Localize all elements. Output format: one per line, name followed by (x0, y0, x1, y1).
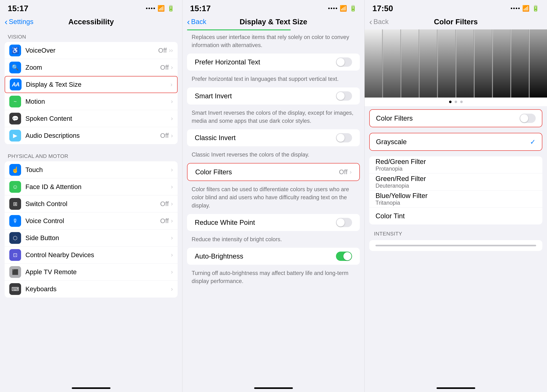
page-title-3: Color Filters (434, 18, 478, 26)
list-item-apple-tv-remote[interactable]: ⬛ Apple TV Remote › (5, 264, 178, 280)
auto-brightness-toggle[interactable] (336, 252, 352, 261)
status-icons-1: 📶 🔋 (146, 5, 174, 12)
signal-dot-1 (146, 7, 148, 9)
list-item-voice-control[interactable]: 🎙 Voice Control Off › (5, 213, 178, 229)
scroll-progress-fill (187, 29, 291, 30)
list-item-side-button[interactable]: ⬡ Side Button › (5, 229, 178, 246)
color-filters-main-toggle[interactable] (520, 114, 536, 123)
page-title-2: Display & Text Size (239, 18, 307, 26)
blue-yellow-filter-row[interactable]: Blue/Yellow Filter Tritanopia (369, 190, 542, 207)
motion-label: Motion (25, 98, 171, 105)
panel-display-text-size: 15:17 📶 🔋 ‹ Back Display & Text Size Rep… (182, 0, 365, 392)
list-item-keyboards[interactable]: ⌨ Keyboards › (5, 280, 178, 298)
display-text-label: Display & Text Size (26, 81, 171, 88)
green-red-filter-row[interactable]: Green/Red Filter Deuteranopia (369, 173, 542, 190)
voiceover-chevron: › (169, 47, 173, 54)
prefer-horizontal-toggle[interactable] (336, 57, 352, 67)
color-tint-cell: Color Tint (376, 212, 405, 220)
spoken-content-icon: 💬 (9, 113, 21, 125)
scroll-progress (187, 29, 360, 30)
signal-dots (146, 7, 155, 9)
dot-1 (449, 101, 451, 103)
green-red-sub: Deuteranopia (376, 183, 426, 189)
smart-invert-row[interactable]: Smart Invert (187, 87, 360, 105)
touch-icon: ☝ (9, 164, 21, 176)
section-vision: VISION (0, 29, 182, 42)
side-button-icon: ⬡ (9, 232, 21, 244)
list-item-zoom[interactable]: 🔍 Zoom Off › (5, 59, 178, 76)
smart-invert-toggle[interactable] (336, 91, 352, 101)
keyboards-label: Keyboards (25, 285, 171, 293)
classic-invert-row[interactable]: Classic Invert (187, 129, 360, 146)
intensity-slider-fill (376, 245, 536, 246)
list-item-face-id[interactable]: ☺ Face ID & Attention › (5, 178, 178, 195)
list-item-touch[interactable]: ☝ Touch › (5, 161, 178, 178)
pencil-6 (456, 29, 474, 98)
intensity-header: INTENSITY (365, 227, 547, 239)
back-to-accessibility[interactable]: ‹ Back (187, 17, 206, 27)
status-time-3: 17:50 (372, 4, 393, 13)
chevron-left-icon-2: ‹ (187, 17, 190, 27)
keyboards-icon: ⌨ (9, 283, 21, 295)
auto-brightness-desc: Turning off auto-brightness may affect b… (182, 266, 365, 290)
scroll-area: Replaces user interface items that rely … (182, 30, 365, 387)
prefer-horizontal-row[interactable]: Prefer Horizontal Text (187, 53, 360, 71)
image-dots (365, 98, 547, 106)
auto-brightness-row[interactable]: Auto-Brightness (187, 248, 360, 265)
back-to-settings[interactable]: ‹ Settings (5, 17, 34, 27)
side-button-chevron: › (171, 235, 173, 241)
color-filters-chevron: › (350, 169, 352, 175)
voice-control-label: Voice Control (25, 217, 160, 225)
dot-2 (455, 101, 457, 103)
dot-3 (460, 101, 463, 103)
color-filters-row[interactable]: Color Filters Off › (187, 164, 360, 180)
list-item-display-text[interactable]: AA Display & Text Size › (5, 76, 178, 93)
color-tint-row[interactable]: Color Tint (369, 207, 542, 225)
control-nearby-label: Control Nearby Devices (25, 251, 171, 259)
pencil-9 (511, 29, 529, 98)
battery-icon: 🔋 (167, 5, 174, 12)
list-item-spoken-content[interactable]: 💬 Spoken Content › (5, 110, 178, 127)
spoken-content-label: Spoken Content (25, 115, 171, 122)
intensity-slider-group (369, 240, 542, 251)
reduce-white-point-toggle[interactable] (336, 218, 352, 227)
pencil-3 (401, 29, 419, 98)
toggle-thumb-classic (336, 134, 345, 142)
audio-desc-chevron: › (171, 132, 173, 139)
status-icons-3: 📶 🔋 (511, 5, 539, 12)
color-filters-toggle-row[interactable]: Color Filters (370, 110, 542, 127)
switch-control-chevron: › (171, 200, 173, 207)
list-item-switch-control[interactable]: ⊞ Switch Control Off › (5, 195, 178, 213)
list-item-audio-descriptions[interactable]: ▶ Audio Descriptions Off › (5, 127, 178, 144)
red-green-label: Red/Green Filter (376, 158, 426, 166)
list-item-voiceover[interactable]: ♿ VoiceOver Off › (5, 42, 178, 59)
color-filters-label: Color Filters (195, 168, 339, 176)
back-to-display[interactable]: ‹ Back (369, 17, 389, 27)
face-id-icon: ☺ (9, 181, 21, 193)
red-green-filter-cell: Red/Green Filter Protanopia (376, 158, 426, 172)
classic-invert-toggle[interactable] (336, 133, 352, 142)
list-item-control-nearby[interactable]: ⊡ Control Nearby Devices › (5, 246, 178, 264)
color-filters-desc: Color filters can be used to differentia… (182, 183, 365, 214)
voiceover-value: Off (158, 47, 167, 54)
control-nearby-icon: ⊡ (9, 249, 21, 261)
blue-yellow-label: Blue/Yellow Filter (376, 192, 428, 199)
back-label-2[interactable]: Back (191, 18, 206, 26)
reduce-white-point-row[interactable]: Reduce White Point (187, 214, 360, 231)
reduce-white-point-label: Reduce White Point (195, 219, 336, 226)
grayscale-row[interactable]: Grayscale ✓ (370, 133, 542, 150)
signal-dot-2 (149, 7, 150, 9)
classic-invert-group: Classic Invert (187, 129, 360, 146)
back-label-3[interactable]: Back (373, 18, 389, 26)
wifi-icon-3: 📶 (522, 5, 529, 12)
classic-invert-label: Classic Invert (195, 134, 336, 142)
red-green-filter-row[interactable]: Red/Green Filter Protanopia (369, 156, 542, 173)
back-label[interactable]: Settings (9, 18, 34, 26)
audio-desc-label: Audio Descriptions (25, 132, 160, 139)
grayscale-check: ✓ (530, 138, 536, 146)
physical-motor-list: ☝ Touch › ☺ Face ID & Attention › ⊞ Swit… (5, 161, 178, 298)
control-nearby-chevron: › (171, 252, 173, 258)
status-time-2: 15:17 (190, 4, 211, 13)
list-item-motion[interactable]: ~ Motion › (5, 93, 178, 110)
switch-control-label: Switch Control (25, 200, 160, 208)
